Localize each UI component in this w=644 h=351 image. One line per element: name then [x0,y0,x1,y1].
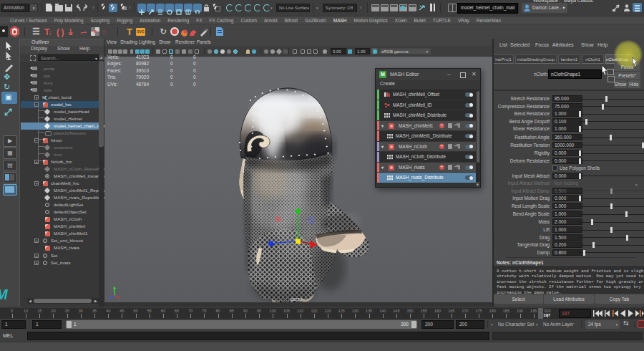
svg-text:persp: persp [291,297,303,302]
